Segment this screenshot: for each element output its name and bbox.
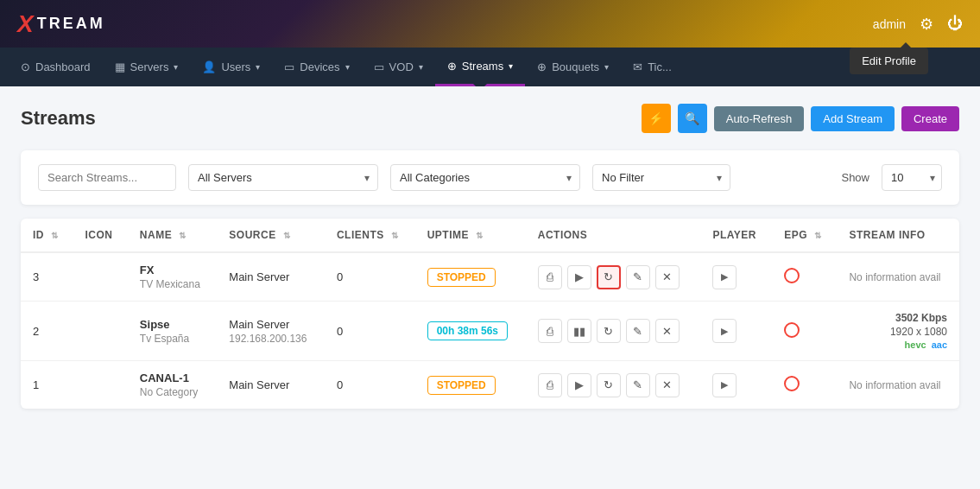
nav-devices[interactable]: ▭ Devices ▾ bbox=[272, 48, 361, 86]
row-stream-info: No information avail bbox=[837, 361, 959, 410]
servers-select[interactable]: All Servers bbox=[188, 164, 378, 191]
stream-info-values: 3502 Kbps 1920 x 1080 hevc aac bbox=[849, 312, 947, 350]
play-button[interactable]: ▶ bbox=[567, 265, 591, 289]
copy-button[interactable]: ⎙ bbox=[538, 265, 562, 289]
stream-subtitle: No Category bbox=[140, 386, 205, 398]
nav-bouquets-label: Bouquets bbox=[552, 60, 599, 73]
vod-icon: ▭ bbox=[374, 60, 384, 73]
nav-users-label: Users bbox=[221, 60, 250, 73]
play-button[interactable]: ▶ bbox=[567, 373, 591, 397]
row-icon bbox=[73, 302, 128, 361]
edit-button[interactable]: ✎ bbox=[626, 265, 650, 289]
row-id: 3 bbox=[21, 252, 73, 302]
row-player: ▶ bbox=[700, 302, 772, 361]
row-source: Main Server bbox=[217, 361, 325, 410]
tickets-icon: ✉ bbox=[633, 60, 642, 73]
epg-indicator bbox=[784, 268, 800, 283]
stop-button[interactable]: ▮▮ bbox=[567, 319, 591, 343]
uptime-badge: STOPPED bbox=[427, 268, 496, 287]
categories-select-wrapper: All Categories bbox=[390, 164, 580, 191]
row-name: Sipse Tv España bbox=[128, 302, 217, 361]
show-count-select[interactable]: 10 bbox=[882, 164, 942, 191]
row-id: 2 bbox=[21, 302, 73, 361]
page-title: Streams bbox=[21, 107, 96, 130]
player-play-button[interactable]: ▶ bbox=[712, 265, 737, 289]
categories-select[interactable]: All Categories bbox=[390, 164, 580, 191]
row-icon bbox=[73, 252, 128, 302]
logo: X TREAM bbox=[17, 10, 105, 38]
restart-button[interactable]: ↻ bbox=[597, 265, 621, 289]
settings-icon[interactable]: ⚙ bbox=[920, 15, 933, 34]
servers-icon: ▦ bbox=[115, 60, 125, 73]
chevron-down-icon: ▾ bbox=[509, 61, 513, 71]
player-play-button[interactable]: ▶ bbox=[712, 373, 737, 397]
table-row: 3 FX TV Mexicana Main Server 0 STOPPED bbox=[21, 252, 959, 302]
col-epg: EPG ⇅ bbox=[772, 219, 837, 252]
delete-button[interactable]: ✕ bbox=[655, 319, 680, 343]
row-uptime: 00h 38m 56s bbox=[415, 302, 526, 361]
row-uptime: STOPPED bbox=[415, 361, 526, 410]
add-stream-button[interactable]: Add Stream bbox=[811, 106, 895, 131]
nav-users[interactable]: 👤 Users ▾ bbox=[190, 48, 272, 86]
uptime-badge: STOPPED bbox=[427, 376, 496, 395]
main-content: Streams ⚡ 🔍 Auto-Refresh Add Stream Crea… bbox=[0, 86, 980, 426]
username-label: admin bbox=[873, 17, 906, 31]
header-right: admin ⚙ ⏻ bbox=[873, 15, 963, 34]
nav-vod[interactable]: ▭ VOD ▾ bbox=[362, 48, 435, 86]
page-header: Streams ⚡ 🔍 Auto-Refresh Add Stream Crea… bbox=[21, 104, 959, 133]
power-icon[interactable]: ⏻ bbox=[947, 15, 963, 33]
auto-refresh-button[interactable]: Auto-Refresh bbox=[714, 106, 805, 131]
copy-button[interactable]: ⎙ bbox=[538, 373, 562, 397]
dashboard-icon: ⊙ bbox=[21, 60, 30, 73]
nofilter-select[interactable]: No Filter bbox=[592, 164, 730, 191]
nav-bouquets[interactable]: ⊕ Bouquets ▾ bbox=[525, 48, 621, 86]
col-name: NAME ⇅ bbox=[128, 219, 217, 252]
row-name: FX TV Mexicana bbox=[128, 252, 217, 302]
stream-name-label: CANAL-1 bbox=[140, 372, 205, 384]
search-input[interactable] bbox=[38, 164, 176, 191]
nav-streams[interactable]: ⊕ Streams ▾ bbox=[435, 48, 525, 86]
nofilter-select-wrapper: No Filter bbox=[592, 164, 730, 191]
stream-info-text: No information avail bbox=[849, 271, 940, 283]
create-button[interactable]: Create bbox=[901, 106, 959, 131]
main-nav: ⊙ Dashboard ▦ Servers ▾ 👤 Users ▾ ▭ Devi… bbox=[0, 48, 980, 86]
edit-button[interactable]: ✎ bbox=[626, 373, 650, 397]
row-epg bbox=[772, 361, 837, 410]
filter-button[interactable]: ⚡ bbox=[642, 104, 671, 133]
source-name: Main Server bbox=[229, 378, 313, 391]
uptime-badge: 00h 38m 56s bbox=[427, 321, 508, 340]
kbps-label: 3502 Kbps bbox=[895, 312, 947, 324]
restart-button[interactable]: ↻ bbox=[597, 373, 621, 397]
stream-subtitle: Tv España bbox=[140, 333, 205, 345]
chevron-down-icon: ▾ bbox=[345, 62, 350, 72]
copy-button[interactable]: ⎙ bbox=[538, 319, 562, 343]
col-uptime: UPTIME ⇅ bbox=[415, 219, 526, 252]
row-actions: ⎙ ▶ ↻ ✎ ✕ bbox=[526, 252, 701, 302]
sort-icon: ⇅ bbox=[179, 231, 187, 240]
delete-button[interactable]: ✕ bbox=[655, 373, 680, 397]
row-source: Main Server bbox=[217, 252, 325, 302]
edit-button[interactable]: ✎ bbox=[626, 319, 650, 343]
page-actions: ⚡ 🔍 Auto-Refresh Add Stream Create bbox=[642, 104, 959, 133]
row-clients: 0 bbox=[325, 302, 415, 361]
nav-dashboard[interactable]: ⊙ Dashboard bbox=[9, 48, 103, 86]
player-play-button[interactable]: ▶ bbox=[712, 319, 737, 343]
chevron-down-icon: ▾ bbox=[604, 62, 609, 72]
nav-servers[interactable]: ▦ Servers ▾ bbox=[103, 48, 191, 86]
show-count-wrapper: 10 bbox=[882, 164, 942, 191]
streams-table-container: ID ⇅ ICON NAME ⇅ SOURCE ⇅ CLIENTS ⇅ UPTI… bbox=[21, 219, 959, 409]
table-header-row: ID ⇅ ICON NAME ⇅ SOURCE ⇅ CLIENTS ⇅ UPTI… bbox=[21, 219, 959, 252]
sort-icon: ⇅ bbox=[476, 231, 484, 240]
row-source: Main Server 192.168.200.136 bbox=[217, 302, 325, 361]
stream-info-text: No information avail bbox=[849, 379, 940, 391]
stream-name-label: FX bbox=[140, 264, 205, 276]
stream-subtitle: TV Mexicana bbox=[140, 278, 205, 290]
search-button[interactable]: 🔍 bbox=[678, 104, 707, 133]
nav-tickets[interactable]: ✉ Tic... bbox=[621, 48, 684, 86]
delete-button[interactable]: ✕ bbox=[655, 265, 680, 289]
col-actions: ACTIONS bbox=[526, 219, 701, 252]
source-name: Main Server bbox=[229, 318, 313, 331]
header: X TREAM admin ⚙ ⏻ Edit Profile bbox=[0, 0, 980, 48]
action-buttons: ⎙ ▮▮ ↻ ✎ ✕ bbox=[538, 319, 689, 343]
restart-button[interactable]: ↻ bbox=[597, 319, 621, 343]
